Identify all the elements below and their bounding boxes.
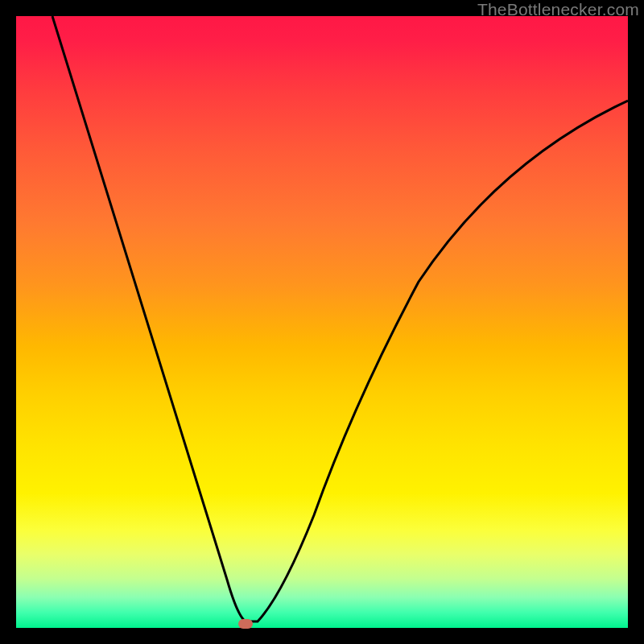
chart-gradient-background (16, 16, 628, 628)
optimal-marker (238, 619, 253, 629)
watermark-text: TheBottlenecker.com (477, 0, 639, 19)
